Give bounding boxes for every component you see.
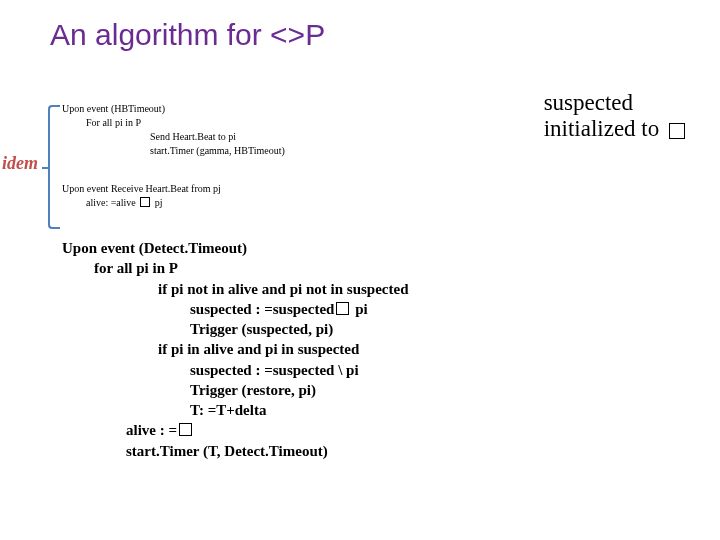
union-box-icon — [336, 302, 349, 315]
line: alive : = — [126, 420, 408, 440]
algo-block-hbtimeout: Upon event (HBTimeout) For all pi in P S… — [62, 102, 322, 158]
txt: pj — [155, 197, 163, 208]
suspected-note: suspected initialized to — [544, 90, 685, 143]
txt: alive : = — [126, 422, 177, 438]
line: Send Heart.Beat to pi — [150, 130, 322, 144]
idem-annotation: idem — [2, 153, 38, 174]
line: Upon event (HBTimeout) — [62, 102, 322, 116]
line: Upon event Receive Heart.Beat from pj — [62, 182, 322, 196]
algo-block-detect: Upon event (Detect.Timeout) for all pi i… — [62, 238, 408, 461]
line: alive: =alive pj — [86, 196, 322, 210]
line: suspected : =suspected pi — [190, 299, 408, 319]
note-line2-prefix: initialized to — [544, 116, 660, 141]
line: Upon event (Detect.Timeout) — [62, 238, 408, 258]
line: start.Timer (gamma, HBTimeout) — [150, 144, 322, 158]
note-line1: suspected — [544, 90, 633, 115]
algo-block-receive: Upon event Receive Heart.Beat from pj al… — [62, 182, 322, 210]
line: For all pi in P — [86, 116, 322, 130]
line: Trigger (suspected, pi) — [190, 319, 408, 339]
union-box-icon — [140, 197, 150, 207]
line: Trigger (restore, pi) — [190, 380, 408, 400]
line: if pi in alive and pi in suspected — [158, 339, 408, 359]
line: suspected : =suspected \ pi — [190, 360, 408, 380]
empty-set-box-icon — [669, 123, 685, 139]
line: for all pi in P — [94, 258, 408, 278]
line: start.Timer (T, Detect.Timeout) — [126, 441, 408, 461]
bracket-shape — [48, 105, 60, 229]
empty-set-box-icon — [179, 423, 192, 436]
txt: suspected : =suspected — [190, 301, 334, 317]
txt: alive: =alive — [86, 197, 136, 208]
line: if pi not in alive and pi not in suspect… — [158, 279, 408, 299]
txt: pi — [355, 301, 368, 317]
slide-title: An algorithm for <>P — [50, 18, 325, 52]
line: T: =T+delta — [190, 400, 408, 420]
